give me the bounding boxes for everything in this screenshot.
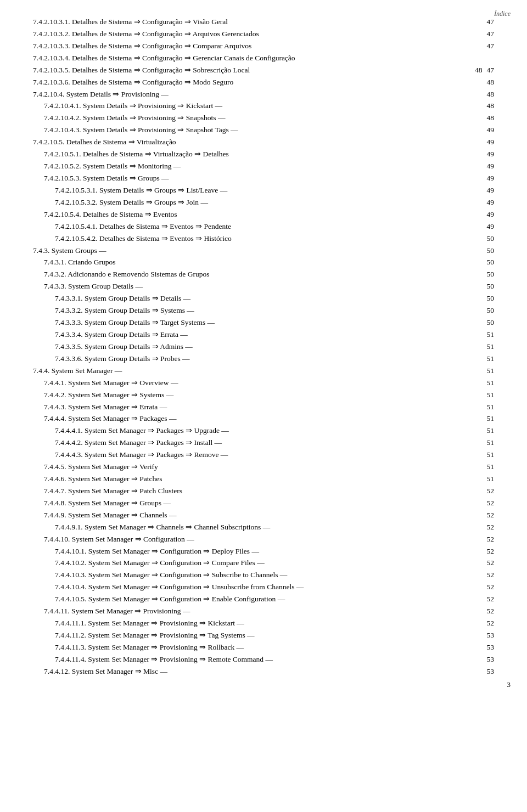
toc-line: 7.4.2.10.5.3.1. System Details ⇒ Groups … — [33, 185, 494, 196]
page-header-index: Índice — [494, 10, 511, 18]
toc-page-number: 49 — [479, 209, 494, 221]
toc-line: 7.4.4.11.2. System Set Manager ⇒ Provisi… — [33, 630, 494, 641]
toc-text: 7.4.4.5. System Set Manager ⇒ Verify — [33, 461, 479, 473]
toc-page-number: 47 — [479, 29, 494, 40]
toc-page-number: 50 — [479, 317, 494, 329]
toc-page-number: 52 — [479, 557, 494, 569]
toc-page-number: 49 — [479, 137, 494, 148]
toc-line: 7.4.4.5. System Set Manager ⇒ Verify51 — [33, 461, 494, 473]
toc-page-number: 47 — [479, 41, 494, 52]
toc-page-number: 47 — [479, 16, 494, 28]
toc-text: 7.4.2.10.3.4. Detalhes de Sistema ⇒ Conf… — [33, 53, 479, 64]
toc-page-number: 50 — [479, 305, 494, 317]
toc-text: 7.4.3.3.5. System Group Details ⇒ Admins… — [33, 341, 479, 353]
toc-text: 7.4.4.10.5. System Set Manager ⇒ Configu… — [33, 594, 479, 605]
toc-line: 7.4.2.10.5.1. Detalhes de Sistema ⇒ Virt… — [33, 149, 494, 160]
toc-text: 7.4.4.10. System Set Manager ⇒ Configura… — [33, 534, 479, 545]
toc-line: 7.4.3.3.5. System Group Details ⇒ Admins… — [33, 341, 494, 353]
toc-line: 7.4.4.11. System Set Manager ⇒ Provision… — [33, 606, 494, 617]
toc-page-number: 53 — [479, 630, 494, 641]
toc-page-number: 53 — [479, 654, 494, 666]
toc-line: 7.4.2.10.3.1. Detalhes de Sistema ⇒ Conf… — [33, 16, 494, 28]
toc-text: 7.4.4.2. System Set Manager ⇒ Systems — — [33, 390, 479, 401]
toc-line: 7.4.4.10. System Set Manager ⇒ Configura… — [33, 534, 494, 545]
toc-page-number: 52 — [479, 546, 494, 557]
toc-text: 7.4.3.3.1. System Group Details ⇒ Detail… — [33, 293, 479, 304]
toc-line: 7.4.4.4.1. System Set Manager ⇒ Packages… — [33, 425, 494, 437]
toc-text: 7.4.3.3.4. System Group Details ⇒ Errata… — [33, 329, 479, 341]
toc-line: 7.4.4.11.3. System Set Manager ⇒ Provisi… — [33, 642, 494, 653]
toc-text: 7.4.4.3. System Set Manager ⇒ Errata — — [33, 402, 479, 413]
toc-page-number: 51 — [479, 413, 494, 425]
toc-text: 7.4.4.4.1. System Set Manager ⇒ Packages… — [33, 425, 479, 437]
toc-text: 7.4.4.4.2. System Set Manager ⇒ Packages… — [33, 437, 479, 449]
toc-page-number: 51 — [479, 402, 494, 413]
toc-page-number: 53 — [479, 642, 494, 653]
toc-line: 7.4.4.4. System Set Manager ⇒ Packages —… — [33, 413, 494, 425]
toc-text: 7.4.2.10.4. System Details ⇒ Provisionin… — [33, 89, 479, 100]
toc-page-number: 50 — [479, 269, 494, 280]
toc-line: 7.4.3.3.1. System Group Details ⇒ Detail… — [33, 293, 494, 304]
toc-page-number: 49 — [479, 197, 494, 208]
toc-text: 7.4.3.1. Criando Grupos — [33, 257, 479, 268]
toc-page-number: 49 — [479, 149, 494, 160]
toc-page-number: 50 — [479, 293, 494, 304]
toc-line: 7.4.3. System Groups —50 — [33, 245, 494, 257]
toc-page-number: 50 — [479, 281, 494, 292]
toc-line: 7.4.3.3.6. System Group Details ⇒ Probes… — [33, 353, 494, 365]
toc-line: 7.4.2.10.4.2. System Details ⇒ Provision… — [33, 112, 494, 124]
toc-text: 7.4.3.2. Adicionando e Removendo Sistema… — [33, 269, 479, 280]
toc-text: 7.4.2.10.5.3.1. System Details ⇒ Groups … — [33, 185, 479, 196]
toc-line: 7.4.4.12. System Set Manager ⇒ Misc —53 — [33, 666, 494, 678]
toc-line: 7.4.4.10.4. System Set Manager ⇒ Configu… — [33, 582, 494, 593]
toc-text: 7.4.2.10.3.3. Detalhes de Sistema ⇒ Conf… — [33, 41, 479, 52]
toc-line: 7.4.3.3. System Group Details —50 — [33, 281, 494, 292]
toc-line: 7.4.3.3.3. System Group Details ⇒ Target… — [33, 317, 494, 329]
toc-line: 7.4.2.10.5. Detalhes de Sistema ⇒ Virtua… — [33, 137, 494, 148]
toc-text: 7.4.4.6. System Set Manager ⇒ Patches — [33, 473, 479, 485]
toc-line: 7.4.4. System Set Manager —51 — [33, 365, 494, 377]
toc-line: 7.4.2.10.5.4. Detalhes de Sistema ⇒ Even… — [33, 209, 494, 221]
toc-text: 7.4.4.8. System Set Manager ⇒ Groups — — [33, 498, 479, 509]
toc-line: 7.4.4.11.1. System Set Manager ⇒ Provisi… — [33, 618, 494, 629]
toc-line: 7.4.2.10.5.3.2. System Details ⇒ Groups … — [33, 197, 494, 208]
toc-text: 7.4.4.11.1. System Set Manager ⇒ Provisi… — [33, 618, 479, 629]
toc-page-number: 51 — [479, 365, 494, 377]
toc-text: 7.4.2.10.5.3. System Details ⇒ Groups — — [33, 173, 479, 184]
toc-text: 7.4.2.10.3.6. Detalhes de Sistema ⇒ Conf… — [33, 77, 479, 88]
toc-text: 7.4.3. System Groups — — [33, 245, 479, 257]
toc-page-number: 51 — [479, 329, 494, 341]
toc-text: 7.4.4.10.2. System Set Manager ⇒ Configu… — [33, 557, 479, 569]
page: Índice 7.4.2.10.3.1. Detalhes de Sistema… — [0, 0, 527, 700]
toc-text: 7.4.2.10.5.1. Detalhes de Sistema ⇒ Virt… — [33, 149, 479, 160]
toc-text: 7.4.2.10.5.2. System Details ⇒ Monitorin… — [33, 161, 479, 172]
toc-text: 7.4.2.10.3.1. Detalhes de Sistema ⇒ Conf… — [33, 16, 479, 28]
toc-text: 7.4.4.7. System Set Manager ⇒ Patch Clus… — [33, 486, 479, 497]
toc-page-number: 53 — [479, 666, 494, 678]
toc-line: 7.4.4.1. System Set Manager ⇒ Overview —… — [33, 377, 494, 389]
toc-page-number: 52 — [479, 618, 494, 629]
toc-page-number: 52 — [479, 582, 494, 593]
toc-line: 7.4.2.10.5.2. System Details ⇒ Monitorin… — [33, 161, 494, 172]
toc-line: 7.4.3.3.2. System Group Details ⇒ System… — [33, 305, 494, 317]
toc-line: 7.4.2.10.3.6. Detalhes de Sistema ⇒ Conf… — [33, 77, 494, 88]
toc-page-number: 52 — [479, 522, 494, 533]
toc-line: 7.4.3.2. Adicionando e Removendo Sistema… — [33, 269, 494, 280]
toc-line: 7.4.4.4.3. System Set Manager ⇒ Packages… — [33, 449, 494, 461]
toc-text: 7.4.2.10.5.4.2. Detalhes de Sistema ⇒ Ev… — [33, 233, 479, 245]
toc-line: 7.4.2.10.4.1. System Details ⇒ Provision… — [33, 100, 494, 112]
toc-page-number: 49 — [479, 173, 494, 184]
toc-line: 7.4.3.1. Criando Grupos50 — [33, 257, 494, 268]
toc-line: 7.4.2.10.4. System Details ⇒ Provisionin… — [33, 89, 494, 100]
toc-text: 7.4.4.10.4. System Set Manager ⇒ Configu… — [33, 582, 479, 593]
toc-line: 7.4.4.4.2. System Set Manager ⇒ Packages… — [33, 437, 494, 449]
toc-page-number: 49 — [479, 185, 494, 196]
toc-line: 7.4.4.8. System Set Manager ⇒ Groups —52 — [33, 498, 494, 509]
toc-text: 7.4.4. System Set Manager — — [33, 365, 479, 377]
toc-page-number: 52 — [479, 569, 494, 581]
toc-page-number: 48 — [479, 100, 494, 112]
page-number: 3 — [507, 680, 511, 689]
toc-page-number: 52 — [479, 534, 494, 545]
toc-text: 7.4.4.9. System Set Manager ⇒ Channels — — [33, 510, 479, 521]
toc-page-number: 48 — [479, 112, 494, 124]
